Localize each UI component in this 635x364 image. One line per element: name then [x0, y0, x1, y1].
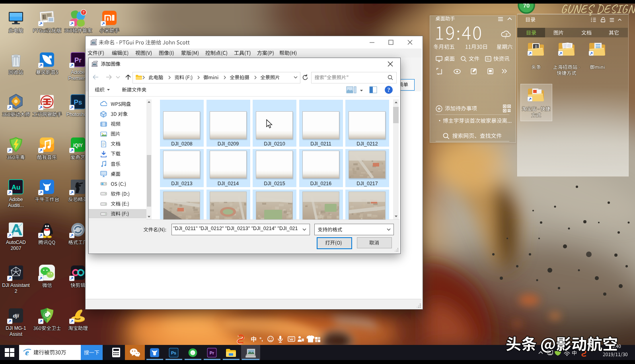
svg-text:dji: dji: [13, 313, 19, 319]
svg-text:Pr: Pr: [74, 56, 82, 64]
svg-text:Ps: Ps: [171, 350, 176, 355]
svg-text:7: 7: [82, 10, 84, 14]
svg-text:?: ?: [388, 87, 390, 93]
svg-text:iQIY: iQIY: [73, 143, 83, 148]
svg-text:Au: Au: [12, 184, 21, 191]
svg-text:Pr: Pr: [210, 350, 214, 355]
svg-text:?: ?: [504, 36, 506, 40]
svg-text:°,: °,: [259, 336, 263, 342]
svg-text:Ps: Ps: [74, 99, 82, 106]
